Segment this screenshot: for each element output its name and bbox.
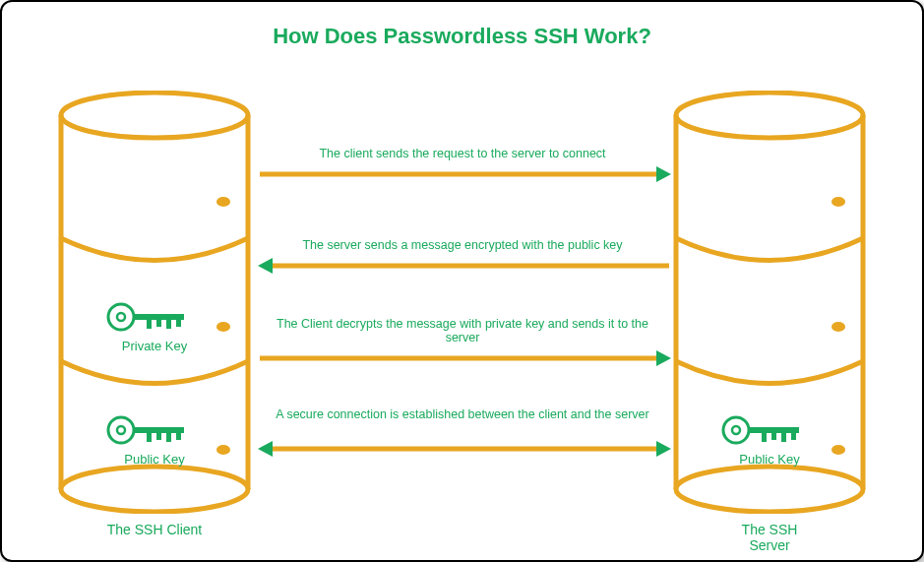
step-2-label: The server sends a message encrypted wit… (276, 238, 649, 252)
client-label: The SSH Client (105, 522, 204, 537)
svg-rect-11 (156, 320, 161, 327)
svg-rect-9 (133, 314, 184, 320)
step-1-label: The client sends the request to the serv… (276, 147, 649, 160)
client-public-key-icon (105, 410, 194, 450)
svg-point-3 (61, 467, 248, 512)
svg-point-24 (676, 467, 863, 512)
client-public-key-label: Public Key (115, 452, 194, 467)
server-public-key-label: Public Key (730, 452, 809, 467)
svg-point-7 (108, 304, 134, 330)
svg-point-29 (732, 426, 740, 434)
step-3-arrow (258, 348, 671, 368)
svg-point-15 (117, 426, 125, 434)
server-label: The SSH Server (720, 522, 819, 553)
svg-marker-36 (656, 166, 671, 182)
svg-rect-17 (147, 433, 152, 442)
step-4-label: A secure connection is established betwe… (276, 407, 649, 421)
svg-point-0 (61, 93, 248, 138)
svg-point-21 (676, 93, 863, 138)
svg-rect-33 (781, 433, 786, 442)
svg-point-8 (117, 313, 125, 321)
svg-point-27 (832, 445, 845, 455)
svg-rect-19 (166, 433, 171, 442)
svg-point-5 (216, 322, 230, 332)
diagram-title: How Does Passwordless SSH Work? (2, 24, 922, 49)
svg-rect-31 (762, 433, 767, 442)
svg-rect-10 (147, 320, 152, 329)
svg-rect-20 (176, 433, 181, 440)
svg-point-6 (216, 445, 230, 455)
svg-point-28 (723, 417, 749, 443)
svg-rect-18 (156, 433, 161, 440)
svg-rect-34 (791, 433, 796, 440)
svg-rect-32 (771, 433, 776, 440)
svg-point-26 (832, 322, 845, 332)
diagram-frame: How Does Passwordless SSH Work? Private … (0, 0, 924, 562)
step-3-label: The Client decrypts the message with pri… (276, 317, 649, 344)
svg-marker-38 (258, 258, 273, 274)
server-public-key-icon (720, 410, 809, 450)
svg-rect-12 (166, 320, 171, 329)
private-key-label: Private Key (115, 339, 194, 353)
svg-point-4 (216, 197, 230, 207)
private-key-icon (105, 297, 194, 337)
step-1-arrow (258, 164, 671, 184)
ssh-server-cylinder (671, 91, 868, 514)
svg-point-14 (108, 417, 134, 443)
svg-marker-42 (258, 441, 273, 457)
svg-marker-40 (656, 350, 671, 366)
svg-rect-30 (748, 427, 799, 433)
svg-rect-13 (176, 320, 181, 327)
svg-point-25 (832, 197, 845, 207)
svg-marker-43 (656, 441, 671, 457)
step-4-arrow (258, 439, 671, 459)
step-2-arrow (258, 256, 671, 276)
svg-rect-16 (133, 427, 184, 433)
